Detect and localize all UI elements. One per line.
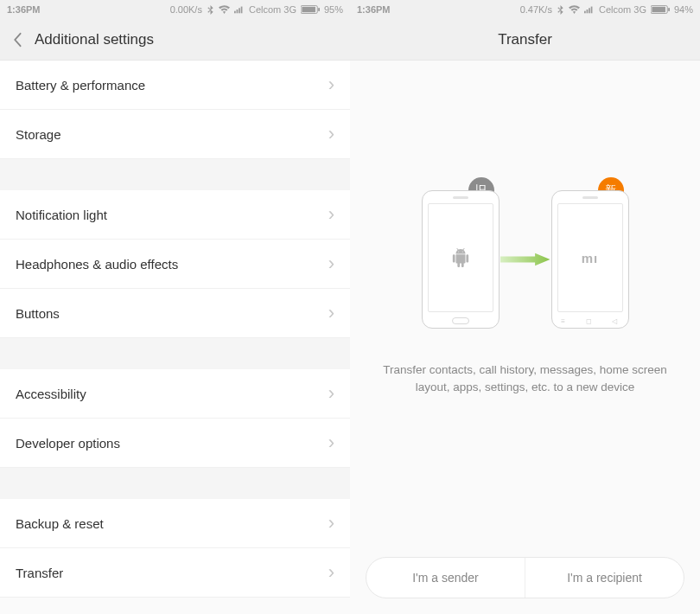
status-speed: 0.47K/s [520,4,552,15]
item-label: Storage [16,127,61,142]
page-title: Transfer [498,31,552,48]
status-speed: 0.00K/s [170,4,202,15]
svg-rect-13 [668,8,670,11]
item-developer-options[interactable]: Developer options › [0,419,350,468]
section-gap [0,338,350,369]
svg-rect-5 [302,7,315,12]
signal-icon [584,5,595,14]
chevron-right-icon: › [328,382,334,405]
settings-list: Battery & performance › Storage › Notifi… [0,61,350,614]
mi-logo: mı [582,251,599,265]
transfer-arrow-icon [500,252,551,267]
svg-rect-7 [584,11,586,14]
battery-icon [301,5,320,14]
bluetooth-icon [557,5,564,15]
item-battery-performance[interactable]: Battery & performance › [0,61,350,110]
item-label: Transfer [16,566,63,580]
transfer-illustration: 旧 新 mı ≡◻◁ [422,190,629,329]
item-label: Notification light [16,208,107,222]
signal-icon [234,5,245,14]
chevron-right-icon: › [328,203,334,226]
svg-rect-3 [241,7,243,14]
item-buttons[interactable]: Buttons › [0,289,350,338]
status-bar: 1:36PM 0.00K/s Celcom 3G 95% [0,0,350,19]
transfer-body: 旧 新 mı ≡◻◁ Tra [350,61,700,614]
chevron-right-icon: › [328,432,334,454]
transfer-description: Transfer contacts, call history, message… [371,361,679,397]
new-phone-icon: mı ≡◻◁ [551,190,629,329]
svg-rect-10 [591,7,593,14]
chevron-right-icon: › [328,74,334,96]
svg-rect-8 [587,10,589,13]
svg-rect-6 [318,8,320,11]
svg-rect-12 [652,7,665,12]
wifi-icon [219,5,230,14]
section-gap [0,468,350,499]
svg-rect-9 [589,8,590,13]
titlebar: Transfer [350,19,700,61]
old-phone-icon [422,190,500,329]
chevron-right-icon: › [328,302,334,324]
sender-button[interactable]: I'm a sender [366,558,525,598]
status-battery: 95% [324,4,343,15]
status-time: 1:36PM [357,4,391,15]
battery-icon [651,5,670,14]
chevron-right-icon: › [328,512,334,534]
item-label: Developer options [16,436,120,451]
bluetooth-icon [207,5,214,15]
status-battery: 94% [674,4,693,15]
screen-additional-settings: 1:36PM 0.00K/s Celcom 3G 95% Additional … [0,0,350,614]
item-label: Backup & reset [16,516,104,531]
status-carrier: Celcom 3G [249,4,296,15]
item-label: Battery & performance [16,78,145,93]
android-icon [451,248,470,267]
screen-transfer: 1:36PM 0.47K/s Celcom 3G 94% Transfer 旧 [350,0,700,614]
item-storage[interactable]: Storage › [0,110,350,159]
status-time: 1:36PM [7,4,41,15]
titlebar: Additional settings [0,19,350,61]
item-backup-reset[interactable]: Backup & reset › [0,499,350,548]
chevron-right-icon: › [328,253,334,275]
recipient-button[interactable]: I'm a recipient [525,558,684,598]
item-headphones-audio[interactable]: Headphones & audio effects › [0,240,350,289]
item-notification-light[interactable]: Notification light › [0,190,350,240]
status-bar: 1:36PM 0.47K/s Celcom 3G 94% [350,0,700,19]
section-gap [0,159,350,190]
svg-rect-0 [234,11,236,14]
back-button[interactable] [0,32,35,48]
bottom-actions: I'm a sender I'm a recipient [366,557,684,598]
wifi-icon [569,5,580,14]
status-carrier: Celcom 3G [599,4,646,15]
item-label: Accessibility [16,387,86,401]
page-title: Additional settings [35,31,154,48]
item-label: Buttons [16,306,60,321]
item-accessibility[interactable]: Accessibility › [0,369,350,419]
chevron-right-icon: › [328,561,334,584]
chevron-right-icon: › [328,123,334,145]
svg-rect-1 [237,10,239,13]
item-transfer[interactable]: Transfer › [0,548,350,598]
item-label: Headphones & audio effects [16,257,178,272]
svg-rect-2 [239,8,240,13]
